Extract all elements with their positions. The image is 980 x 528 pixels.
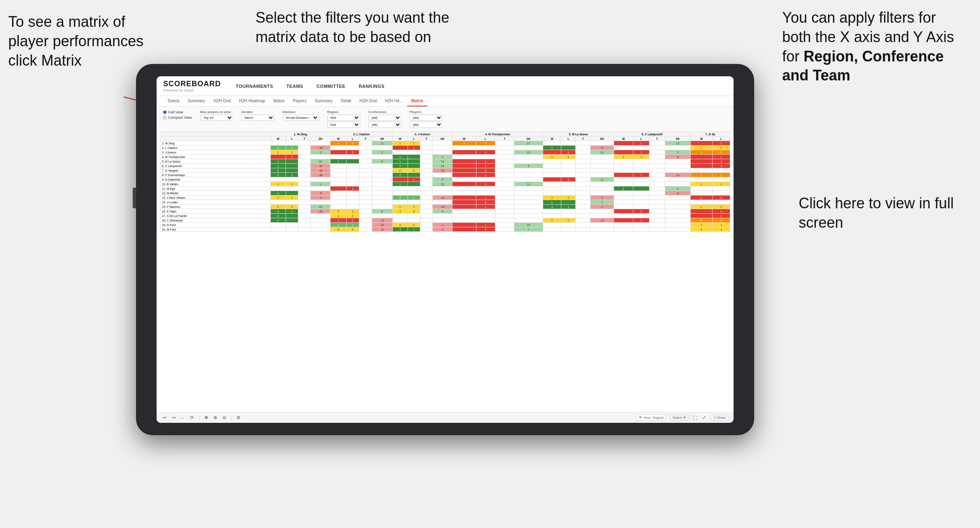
table-row: 3. J Koivun112121134111312 <box>160 150 730 155</box>
matrix-cell: 2 <box>331 223 346 227</box>
players-select-1[interactable]: (All) <box>410 115 443 121</box>
matrix-cell <box>298 223 311 227</box>
matrix-cell <box>433 214 452 218</box>
compact-view-option[interactable]: Compact View <box>163 116 192 120</box>
matrix-cell <box>614 191 633 196</box>
matrix-cell: 1 <box>346 214 359 218</box>
matrix-cell <box>543 173 561 177</box>
matrix-cell: 1 <box>633 173 649 177</box>
sub-dif-3: Dif <box>433 137 452 141</box>
matrix-cell <box>614 196 633 200</box>
move-icon[interactable]: ✥ <box>203 415 209 421</box>
region-select-2[interactable]: N/A <box>327 122 360 128</box>
matrix-cell: 2 <box>270 168 286 173</box>
matrix-cell <box>665 177 691 182</box>
matrix-cell <box>452 164 476 168</box>
sub-nav-h2h-heatmap[interactable]: H2H Heatmap <box>235 96 269 106</box>
nav-tournaments[interactable]: TOURNAMENTS <box>233 82 276 90</box>
matrix-cell <box>476 191 495 196</box>
matrix-cell: 2 <box>543 218 561 223</box>
nav-rankings[interactable]: RANKINGS <box>356 82 387 90</box>
matrix-cell <box>311 227 331 232</box>
sub-nav-summary[interactable]: Summary <box>183 96 209 106</box>
matrix-cell <box>576 173 590 177</box>
matrix-cell <box>433 191 452 196</box>
conference-select-2[interactable]: (All) <box>368 122 401 128</box>
matrix-cell <box>665 146 691 150</box>
matrix-cell: 1 <box>712 209 730 214</box>
matrix-cell: 2 <box>270 214 286 218</box>
sub-w-5: W <box>543 137 561 141</box>
matrix-cell <box>514 191 543 196</box>
sub-nav-matrix-active[interactable]: Matrix <box>407 96 427 106</box>
matrix-cell <box>359 164 372 168</box>
matrix-cell <box>346 164 359 168</box>
players-select-2[interactable]: (All) <box>410 122 443 128</box>
matrix-cell: 1 <box>690 173 712 177</box>
refresh-icon[interactable]: ⟳ <box>189 415 195 421</box>
fullscreen-icon[interactable]: ⤢ <box>701 415 707 421</box>
sub-nav-summary2[interactable]: Summary <box>311 96 337 106</box>
matrix-cell <box>495 159 514 164</box>
matrix-cell <box>331 205 346 209</box>
matrix-cell: 3 <box>408 209 420 214</box>
conference-select-1[interactable]: (All) <box>368 115 401 121</box>
zoom-out-icon[interactable]: ⊖ <box>221 415 227 421</box>
back-icon[interactable]: ← <box>180 415 185 421</box>
matrix-cell <box>476 214 495 218</box>
matrix-cell <box>346 196 359 200</box>
matrix-cell <box>649 205 665 209</box>
sub-t-2: T <box>359 137 372 141</box>
view-original-button[interactable]: 👁 View: Original <box>636 415 666 421</box>
sub-nav-h2h-he[interactable]: H2H He... <box>381 96 407 106</box>
matrix-cell <box>359 182 372 186</box>
max-players-select[interactable]: Top 25 Top 10 Top 50 <box>200 115 233 121</box>
matrix-cell <box>372 196 392 200</box>
matrix-cell: 2 <box>392 164 408 168</box>
matrix-cell: -25 <box>311 209 331 214</box>
nav-teams[interactable]: TEAMS <box>284 82 306 90</box>
sub-nav-h2h-grid[interactable]: H2H Grid <box>209 96 235 106</box>
share-button[interactable]: ↗ Share <box>710 415 729 421</box>
nav-committee[interactable]: COMMITTEE <box>314 82 348 90</box>
matrix-cell <box>452 191 476 196</box>
matrix-cell <box>590 186 614 191</box>
sub-nav-players[interactable]: Players <box>289 96 311 106</box>
full-view-option[interactable]: Full View <box>163 110 192 114</box>
gender-select[interactable]: Men's Women's <box>241 115 274 121</box>
sub-nav-teams[interactable]: Teams <box>163 96 183 106</box>
zoom-in-icon[interactable]: ⊕ <box>212 415 218 421</box>
screen-icon[interactable]: ⛶ <box>692 415 698 421</box>
bottom-toolbar: ↩ ↪ ← ⟳ ✥ ⊕ ⊖ ⚙ 👁 View: Original Watch ▼… <box>157 412 734 423</box>
matrix-cell <box>331 182 346 186</box>
redo-icon[interactable]: ↪ <box>171 415 176 421</box>
matrix-cell: 1 <box>476 205 495 209</box>
region-select-1[interactable]: N/A <box>327 115 360 121</box>
matrix-cell: 1 <box>712 155 730 159</box>
sub-nav-h2h-grid2[interactable]: H2H Grid <box>355 96 381 106</box>
matrix-cell <box>452 150 476 155</box>
sub-nav-matrix[interactable]: Matrix <box>269 96 288 106</box>
gender-label: Gender <box>241 110 274 114</box>
matrix-cell: 1 <box>433 155 452 159</box>
matrix-cell <box>452 218 476 223</box>
matrix-cell <box>346 200 359 205</box>
settings-icon[interactable]: ⚙ <box>236 415 241 421</box>
matrix-cell <box>420 186 433 191</box>
matrix-cell <box>372 177 392 182</box>
matrix-cell: 1 <box>392 182 408 186</box>
matrix-cell <box>690 141 712 146</box>
matrix-cell: 1 <box>286 182 298 186</box>
watch-button[interactable]: Watch ▼ <box>670 415 689 421</box>
matrix-cell: 1 <box>286 205 298 209</box>
matrix-cell <box>665 227 691 232</box>
division-select[interactable]: NCAA Division I NCAA Division II <box>283 115 319 121</box>
filter-gender: Gender Men's Women's <box>241 110 274 121</box>
matrix-cell <box>576 200 590 205</box>
sub-nav-detail[interactable]: Detail <box>337 96 356 106</box>
undo-icon[interactable]: ↩ <box>162 415 167 421</box>
player-name: 1. W Ding <box>160 141 271 146</box>
matrix-cell <box>331 173 346 177</box>
matrix-cell <box>649 159 665 164</box>
col-header-1-ding: 1. W Ding <box>270 132 331 137</box>
